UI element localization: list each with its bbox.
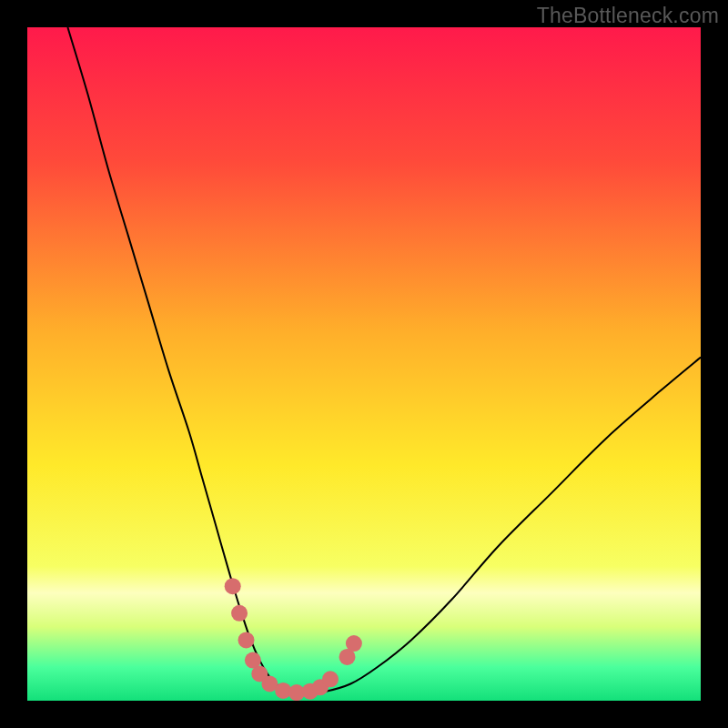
trough-marker <box>231 605 248 622</box>
trough-marker <box>346 635 362 652</box>
watermark-text: TheBottleneck.com <box>537 4 719 28</box>
trough-marker <box>238 632 255 648</box>
trough-marker <box>322 671 339 687</box>
gradient-background <box>27 27 701 701</box>
chart-frame: TheBottleneck.com <box>0 0 728 728</box>
trough-marker <box>225 578 241 594</box>
plot-area <box>27 27 701 701</box>
bottleneck-chart <box>27 27 701 701</box>
